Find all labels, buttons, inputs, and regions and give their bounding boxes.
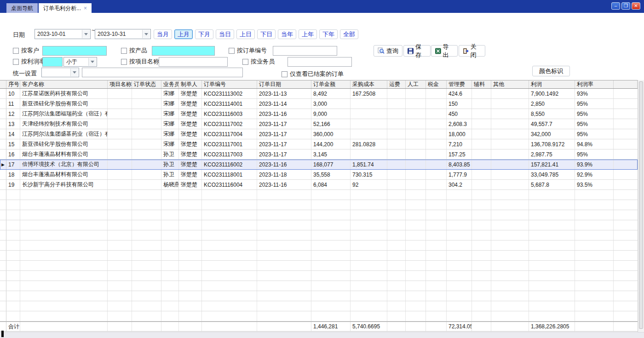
cell[interactable]: 2023-11-18 — [257, 170, 311, 179]
cell[interactable]: 136,708.9172 — [529, 139, 575, 149]
table-row[interactable]: 18烟台丰蓬液晶材料有限公司孙卫张楚楚KCO2311180012023-11-1… — [0, 170, 638, 180]
quick-date-button[interactable]: 当年 — [278, 29, 296, 39]
cell[interactable] — [406, 129, 426, 139]
table-row[interactable]: 14江苏阿尔法集团盛基药业（宿迁）有限公司宋娜张楚楚KCO23111700420… — [0, 129, 638, 139]
cell[interactable]: 15 — [6, 139, 20, 149]
cell[interactable] — [426, 89, 447, 98]
unified-setting-combobox[interactable] — [41, 68, 79, 77]
row-selector-gutter[interactable] — [0, 99, 6, 109]
cell[interactable] — [108, 180, 132, 189]
by-product-checkbox[interactable]: 按产品 — [121, 46, 147, 55]
cell[interactable]: 93.9% — [575, 160, 614, 169]
cell[interactable] — [108, 119, 132, 129]
cell[interactable] — [426, 129, 447, 139]
horizontal-scrollbar[interactable] — [0, 332, 644, 338]
cell[interactable]: 6,084 — [311, 180, 351, 189]
cell[interactable]: 7,900.1492 — [529, 89, 575, 98]
chevron-down-icon[interactable] — [142, 30, 150, 38]
cell[interactable]: 360,000 — [311, 129, 351, 139]
cell[interactable]: KCO231117004 — [202, 129, 257, 139]
cell[interactable] — [426, 99, 447, 109]
cell[interactable]: KCO231116003 — [202, 109, 257, 119]
cell[interactable]: 2023-11-13 — [257, 89, 311, 98]
cell[interactable]: KCO231118001 — [202, 170, 257, 179]
row-selector-gutter[interactable] — [0, 119, 6, 129]
by-order-no-checkbox[interactable]: 按订单编号 — [229, 46, 267, 55]
cell[interactable]: 8,403.85 — [447, 160, 472, 169]
cell[interactable]: 宋娜 — [161, 89, 179, 98]
cell[interactable]: 烟台丰蓬液晶材料有限公司 — [20, 170, 108, 179]
cell[interactable]: 3,145 — [311, 149, 351, 159]
cell[interactable] — [491, 99, 529, 109]
cell[interactable]: 2023-11-14 — [257, 99, 311, 109]
cell[interactable] — [406, 119, 426, 129]
cell[interactable]: KCO231117002 — [202, 119, 257, 129]
cell[interactable] — [472, 139, 491, 149]
cell[interactable] — [426, 170, 447, 179]
cell[interactable]: 2,987.75 — [529, 149, 575, 159]
cell[interactable] — [426, 139, 447, 149]
cell[interactable]: 5,687.8 — [529, 180, 575, 189]
cell[interactable] — [132, 139, 161, 149]
cell[interactable] — [387, 149, 406, 159]
cell[interactable]: 张楚楚 — [179, 119, 202, 129]
minimize-button[interactable]: – — [611, 2, 620, 10]
cell[interactable]: 95% — [575, 119, 614, 129]
column-header[interactable]: 制单人 — [179, 80, 202, 88]
cell[interactable]: 35,558 — [311, 170, 351, 179]
by-project-name-checkbox[interactable]: 按项目名称 — [121, 57, 159, 66]
cell[interactable]: 长沙新宇高分子科技有限公司 — [20, 180, 108, 189]
table-row[interactable]: 13天津经纬控制技术有限公司宋娜张楚楚KCO2311170022023-11-1… — [0, 119, 638, 129]
cell[interactable] — [491, 139, 529, 149]
cell[interactable] — [351, 99, 387, 109]
checkbox-icon[interactable] — [282, 71, 288, 77]
cell[interactable]: 江苏阿尔法集团福瑞药业（宿迁）有限公司 — [20, 109, 108, 119]
cell[interactable] — [406, 160, 426, 169]
chevron-down-icon[interactable] — [70, 69, 78, 76]
cell[interactable]: KCO231116002 — [202, 160, 257, 169]
cell[interactable] — [426, 109, 447, 119]
cell[interactable]: KCO231116004 — [202, 180, 257, 189]
cell[interactable] — [108, 160, 132, 169]
row-selector-gutter[interactable] — [0, 139, 6, 149]
cell[interactable] — [351, 109, 387, 119]
salesman-input[interactable] — [288, 57, 352, 67]
column-header[interactable]: 订单日期 — [257, 80, 311, 88]
cell[interactable]: KCO231117003 — [202, 149, 257, 159]
cell[interactable] — [132, 160, 161, 169]
cell[interactable] — [387, 160, 406, 169]
cell[interactable] — [472, 89, 491, 98]
cell[interactable] — [132, 119, 161, 129]
by-salesman-checkbox[interactable]: 按业务员 — [242, 57, 275, 66]
cell[interactable] — [472, 149, 491, 159]
quick-date-button[interactable]: 下日 — [257, 29, 276, 39]
cell[interactable] — [406, 109, 426, 119]
save-button[interactable]: 保存 — [403, 45, 431, 57]
column-header[interactable]: 利润率 — [575, 80, 614, 88]
cell[interactable]: 13 — [6, 119, 20, 129]
cell[interactable] — [132, 109, 161, 119]
cell[interactable]: 304.2 — [447, 180, 472, 189]
cell[interactable] — [108, 89, 132, 98]
cell[interactable]: 张楚楚 — [179, 170, 202, 179]
cell[interactable]: 杨晓燕 — [161, 180, 179, 189]
cell[interactable] — [491, 109, 529, 119]
cell[interactable]: 95% — [575, 109, 614, 119]
chevron-down-icon[interactable] — [88, 58, 96, 66]
cell[interactable]: 12 — [6, 109, 20, 119]
cell[interactable]: 167.2508 — [351, 89, 387, 98]
cell[interactable] — [491, 149, 529, 159]
cell[interactable]: 94.8% — [575, 139, 614, 149]
cell[interactable]: KCO231113002 — [202, 89, 257, 98]
cell[interactable]: 张楚楚 — [179, 180, 202, 189]
cell[interactable]: 49,557.7 — [529, 119, 575, 129]
cell[interactable]: 157,821.41 — [529, 160, 575, 169]
cell[interactable] — [108, 149, 132, 159]
cell[interactable]: 450 — [447, 109, 472, 119]
product-input[interactable] — [152, 46, 215, 56]
cell[interactable] — [387, 129, 406, 139]
cell[interactable]: 孙卫 — [161, 149, 179, 159]
cell[interactable] — [351, 149, 387, 159]
cell[interactable]: 张楚楚 — [179, 129, 202, 139]
cell[interactable]: 张楚楚 — [179, 89, 202, 98]
